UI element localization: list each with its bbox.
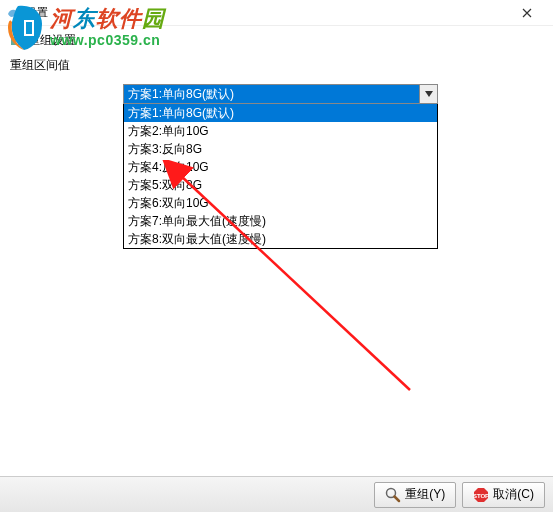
svg-line-4 [395,496,400,501]
svg-text:STOP: STOP [473,493,489,499]
regroup-button[interactable]: 重组(Y) [374,482,456,508]
chevron-down-icon [425,91,433,97]
close-icon [522,8,532,18]
dropdown-option[interactable]: 方案1:单向8G(默认) [124,104,437,122]
settings-bird-icon [6,6,20,20]
close-button[interactable] [507,2,547,24]
content-area: 重组设置 重组区间值 方案1:单向8G(默认) 方案1:单向8G(默认) 方案2… [0,26,553,476]
regroup-icon [10,34,24,48]
cancel-button-label: 取消(C) [493,486,534,503]
window-title: 设置 [26,5,507,20]
magnifier-icon [385,487,401,503]
combo-arrow-button[interactable] [419,85,437,103]
section-header-label: 重组设置 [28,32,76,49]
dropdown-option[interactable]: 方案8:双向最大值(速度慢) [124,230,437,248]
dropdown-option[interactable]: 方案3:反向8G [124,140,437,158]
button-bar: 重组(Y) STOP 取消(C) [0,476,553,512]
interval-label: 重组区间值 [10,57,543,74]
titlebar: 设置 [0,0,553,26]
combo-selected-value: 方案1:单向8G(默认) [124,85,419,103]
svg-rect-1 [18,37,23,45]
dropdown-option[interactable]: 方案2:单向10G [124,122,437,140]
regroup-button-label: 重组(Y) [405,486,445,503]
stop-icon: STOP [473,487,489,503]
svg-rect-0 [11,37,16,45]
combo-box[interactable]: 方案1:单向8G(默认) [123,84,438,104]
dropdown-option[interactable]: 方案6:双向10G [124,194,437,212]
combo-dropdown: 方案1:单向8G(默认) 方案2:单向10G 方案3:反向8G 方案4:反向10… [123,104,438,249]
cancel-button[interactable]: STOP 取消(C) [462,482,545,508]
dropdown-option[interactable]: 方案7:单向最大值(速度慢) [124,212,437,230]
section-header: 重组设置 [10,32,543,49]
dropdown-option[interactable]: 方案4:反向10G [124,158,437,176]
interval-combo[interactable]: 方案1:单向8G(默认) 方案1:单向8G(默认) 方案2:单向10G 方案3:… [123,84,438,249]
dropdown-option[interactable]: 方案5:双向8G [124,176,437,194]
